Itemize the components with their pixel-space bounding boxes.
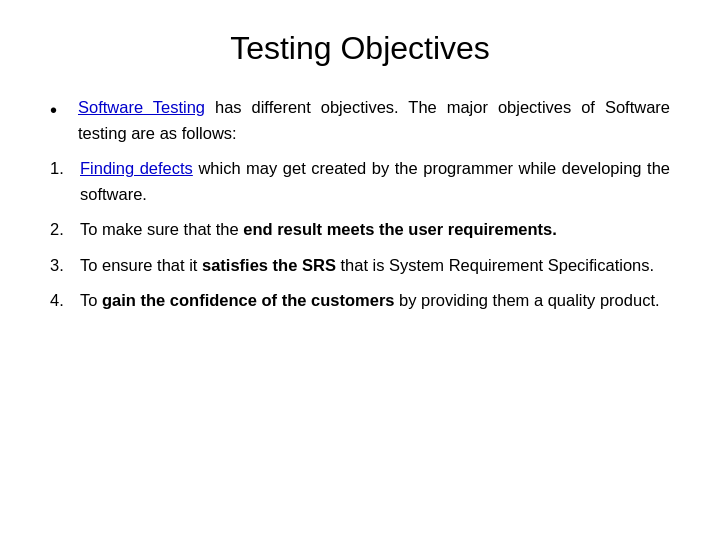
bullet-text-intro: Software Testing has different objective… bbox=[78, 95, 670, 146]
list-number-1: 1. bbox=[50, 156, 80, 182]
item4-text-before: To bbox=[80, 291, 102, 309]
software-testing-link[interactable]: Software Testing bbox=[78, 98, 205, 116]
bullet-dot: • bbox=[50, 95, 78, 126]
bullet-item-intro: • Software Testing has different objecti… bbox=[50, 95, 670, 146]
item4-text-after: by providing them a quality product. bbox=[394, 291, 659, 309]
content-area: • Software Testing has different objecti… bbox=[50, 95, 670, 324]
list-item-1: 1. Finding defects which may get created… bbox=[50, 156, 670, 207]
list-content-4: To gain the confidence of the customers … bbox=[80, 288, 670, 314]
item3-text-before: To ensure that it bbox=[80, 256, 202, 274]
item2-bold: end result meets the user requirements. bbox=[243, 220, 557, 238]
list-content-3: To ensure that it satisfies the SRS that… bbox=[80, 253, 670, 279]
item3-bold: satisfies the SRS bbox=[202, 256, 336, 274]
list-number-2: 2. bbox=[50, 217, 80, 243]
item2-text-before: To make sure that the bbox=[80, 220, 243, 238]
item3-text-after: that is System Requirement Specification… bbox=[336, 256, 654, 274]
list-number-3: 3. bbox=[50, 253, 80, 279]
list-number-4: 4. bbox=[50, 288, 80, 314]
list-item-4: 4. To gain the confidence of the custome… bbox=[50, 288, 670, 314]
list-item-3: 3. To ensure that it satisfies the SRS t… bbox=[50, 253, 670, 279]
list-content-2: To make sure that the end result meets t… bbox=[80, 217, 670, 243]
item4-bold: gain the confidence of the customers bbox=[102, 291, 394, 309]
list-content-1: Finding defects which may get created by… bbox=[80, 156, 670, 207]
list-item-2: 2. To make sure that the end result meet… bbox=[50, 217, 670, 243]
page-title: Testing Objectives bbox=[50, 30, 670, 67]
finding-defects-link[interactable]: Finding defects bbox=[80, 159, 193, 177]
